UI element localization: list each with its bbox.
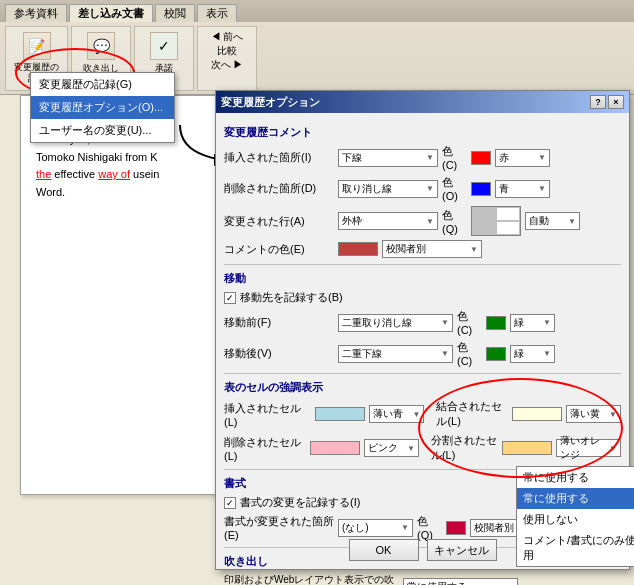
comment-color-select[interactable]: 校閲者別▼ — [382, 240, 482, 258]
changed-line-label: 変更された行(A) — [224, 214, 334, 229]
move-to-color-label: 色(C) — [457, 340, 482, 367]
menu-item-kiroku[interactable]: 変更履歴の記録(G) — [31, 73, 174, 96]
cell-split-color — [502, 441, 552, 455]
track-format-checkbox[interactable] — [224, 497, 236, 509]
track-format-label: 書式の変更を記録する(I) — [240, 495, 360, 510]
outline-cell-4 — [496, 221, 520, 235]
dialog-title-text: 変更履歴オプション — [221, 95, 320, 110]
row-insert: 挿入された箇所(I) 下線▼ 色(C) 赤▼ — [224, 144, 621, 171]
move-from-color-box — [486, 316, 506, 330]
cancel-button[interactable]: キャンセル — [427, 539, 497, 561]
ok-button[interactable]: OK — [349, 539, 419, 561]
section-move-title: 移動 — [224, 271, 621, 286]
changed-line-color-label: 色(Q) — [442, 208, 467, 235]
tab-sashikomi[interactable]: 差し込み文書 — [69, 4, 153, 22]
balloon-dropdown-open: 常に使用する 常に使用する 使用しない コメント/書式にのみ使用 — [516, 466, 634, 567]
balloon-use-label: 印刷およびWebレイアウト表示での吹き出しの使用(U) — [224, 573, 399, 585]
section-cell-title: 表のセルの強調表示 — [224, 380, 621, 395]
menu-item-options[interactable]: 変更履歴オプション(O)... — [31, 96, 174, 119]
insert-color-select[interactable]: 赤▼ — [495, 149, 550, 167]
mae-label: ◀ 前へ — [211, 30, 244, 44]
dropdown-menu: 変更履歴の記録(G) 変更履歴オプション(O)... ユーザー名の変更(U)..… — [30, 72, 175, 143]
section-comment-title: 変更履歴コメント — [224, 125, 621, 140]
track-move-label: 移動先を記録する(B) — [240, 290, 343, 305]
cell-split-label: 分割されたセル(L) — [431, 433, 498, 463]
row-delete: 削除された箇所(D) 取り消し線▼ 色(O) 青▼ — [224, 175, 621, 202]
outline-cell-1 — [472, 207, 496, 221]
move-to-select[interactable]: 二重下線▼ — [338, 345, 453, 363]
cell-merge-label: 結合されたセル(L) — [436, 399, 508, 429]
help-button[interactable]: ? — [590, 95, 606, 109]
options-dialog: 変更履歴オプション ? × 変更履歴コメント 挿入された箇所(I) 下線▼ 色(… — [215, 90, 630, 570]
changed-line-color-select[interactable]: 自動▼ — [525, 212, 580, 230]
close-button[interactable]: × — [608, 95, 624, 109]
document-area: Slide 1. Thank you, Mr. Chairm Tomoko Ni… — [20, 95, 220, 495]
row-comment-color: コメントの色(E) 校閲者別▼ — [224, 240, 621, 258]
balloon-option-always-selected[interactable]: 常に使用する — [517, 488, 634, 509]
insert-select[interactable]: 下線▼ — [338, 149, 438, 167]
row-cell-delete: 削除されたセル(L) ピンク▼ 分割されたセル(L) 薄いオレンジ▼ — [224, 433, 621, 463]
cell-delete-select[interactable]: ピンク▼ — [364, 439, 419, 457]
tab-hyoji[interactable]: 表示 — [197, 4, 237, 22]
changed-line-select[interactable]: 外枠▼ — [338, 212, 438, 230]
delete-color-select[interactable]: 青▼ — [495, 180, 550, 198]
balloon-option-comment-format[interactable]: コメント/書式にのみ使用 — [517, 530, 634, 566]
tsugi-label: 次へ ▶ — [211, 59, 244, 70]
row-move-from: 移動前(F) 二重取り消し線▼ 色(C) 緑▼ — [224, 309, 621, 336]
outline-cell-3 — [472, 221, 496, 235]
insert-color-box — [471, 151, 491, 165]
row-track-move: 移動先を記録する(B) — [224, 290, 621, 305]
divider-2 — [224, 373, 621, 374]
ribbon-tabs: 参考資料 差し込み文書 校閲 表示 — [0, 0, 634, 22]
tab-koetsu[interactable]: 校閲 — [155, 4, 195, 22]
row-move-to: 移動後(V) 二重下線▼ 色(C) 緑▼ — [224, 340, 621, 367]
hikaku-label: 比較 — [217, 44, 237, 58]
move-from-color-select[interactable]: 緑▼ — [510, 314, 555, 332]
ribbon-group-nav: ◀ 前へ 比較 次へ ▶ — [197, 26, 257, 91]
cell-insert-select[interactable]: 薄い青▼ — [369, 405, 424, 423]
fukidashi-button[interactable]: 💬 吹き出し — [79, 30, 123, 77]
track-move-checkbox[interactable] — [224, 292, 236, 304]
comment-color-label: コメントの色(E) — [224, 242, 334, 257]
fukidashi-icon: 💬 — [87, 32, 115, 60]
cell-insert-label: 挿入されたセル(L) — [224, 401, 311, 428]
comment-color-box — [338, 242, 378, 256]
jizenshonin-button[interactable]: ✓ 承諾 — [146, 30, 182, 77]
cell-merge-color — [512, 407, 562, 421]
move-from-select[interactable]: 二重取り消し線▼ — [338, 314, 453, 332]
menu-item-username[interactable]: ユーザー名の変更(U)... — [31, 119, 174, 142]
move-from-label: 移動前(F) — [224, 315, 334, 330]
delete-label: 削除された箇所(D) — [224, 181, 334, 196]
move-to-color-box — [486, 347, 506, 361]
cell-split-select[interactable]: 薄いオレンジ▼ — [556, 439, 621, 457]
delete-color-label: 色(O) — [442, 175, 467, 202]
outline-cell-2 — [496, 207, 520, 221]
changed-line-outline — [471, 206, 521, 236]
row-balloon-use: 印刷およびWebレイアウト表示での吹き出しの使用(U) 常に使用する▼ — [224, 573, 621, 585]
row-changed-line: 変更された行(A) 外枠▼ 色(Q) 自動▼ — [224, 206, 621, 236]
divider-1 — [224, 264, 621, 265]
tab-sanko[interactable]: 参考資料 — [5, 4, 67, 22]
dialog-title-buttons: ? × — [590, 95, 624, 109]
balloon-option-never[interactable]: 使用しない — [517, 509, 634, 530]
row-cell-insert: 挿入されたセル(L) 薄い青▼ 結合されたセル(L) 薄い黄▼ — [224, 399, 621, 429]
delete-select[interactable]: 取り消し線▼ — [338, 180, 438, 198]
insert-color-label: 色(C) — [442, 144, 467, 171]
insert-label: 挿入された箇所(I) — [224, 150, 334, 165]
move-to-label: 移動後(V) — [224, 346, 334, 361]
move-to-color-select[interactable]: 緑▼ — [510, 345, 555, 363]
cell-merge-select[interactable]: 薄い黄▼ — [566, 405, 621, 423]
jizenshonin-icon: ✓ — [150, 32, 178, 60]
cell-insert-color — [315, 407, 365, 421]
balloon-use-select[interactable]: 常に使用する▼ — [403, 578, 518, 585]
dialog-title-bar: 変更履歴オプション ? × — [216, 91, 629, 113]
cell-delete-color — [310, 441, 360, 455]
balloon-option-always[interactable]: 常に使用する — [517, 467, 634, 488]
henkou-kiroku-icon: 📝 — [23, 32, 51, 60]
cell-delete-label: 削除されたセル(L) — [224, 435, 306, 462]
move-from-color-label: 色(C) — [457, 309, 482, 336]
delete-color-box — [471, 182, 491, 196]
